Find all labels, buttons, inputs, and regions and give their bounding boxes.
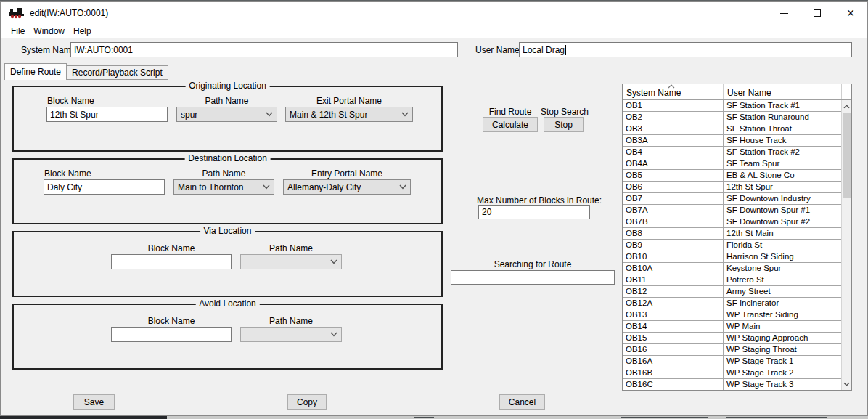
table-row[interactable]: OB15 WP Staging Approach [623,333,842,344]
chevron-down-icon [266,112,273,117]
background-artifact [414,417,434,418]
table-row[interactable]: OB16A WP Stage Track 1 [623,356,842,367]
originating-path-name-dropdown[interactable]: spur [176,107,277,122]
originating-location-group: Originating Location Block Name Path Nam… [12,86,443,152]
table-row[interactable]: OB16B WP Stage Track 2 [623,367,842,379]
originating-block-name-input[interactable] [46,107,168,122]
table-row[interactable]: OB9 Florida St [623,240,842,251]
chevron-down-icon [843,382,850,386]
tab-define-route[interactable]: Define Route [4,63,67,80]
table-row[interactable]: OB7 SF Downtown Industry [623,193,842,205]
block-table-header: System Name User Name [623,84,851,100]
system-name-cell: OB7B [623,216,724,227]
column-header-user-name[interactable]: User Name [724,84,842,99]
scroll-down-button[interactable] [842,378,851,389]
table-row[interactable]: OB5 EB & AL Stone Co [623,170,842,182]
via-block-name-input[interactable] [111,254,232,269]
user-name-cell: 12th St Main [724,228,842,239]
table-row[interactable]: OB12 Army Street [623,286,842,298]
menu-window[interactable]: Window [29,24,69,38]
table-row[interactable]: OB7A SF Downtown Spur #1 [623,205,842,216]
chevron-down-icon [401,112,409,117]
tab-record-playback-script[interactable]: Record/Playback Script [67,65,168,80]
stop-button[interactable]: Stop [544,117,584,132]
system-name-cell: OB12A [623,298,724,309]
system-name-cell: OB5 [623,170,724,181]
cancel-button[interactable]: Cancel [499,394,545,410]
entry-portal-name-label: Entry Portal Name [283,168,411,179]
system-name-cell: OB3 [623,123,724,134]
maximize-icon [814,9,821,17]
table-row[interactable]: OB10A Keystone Spur [623,263,842,274]
avoid-path-name-dropdown[interactable] [240,327,342,342]
system-name-cell: OB13 [623,309,724,320]
destination-block-name-label: Block Name [44,168,91,179]
max-blocks-input[interactable] [478,205,590,219]
table-row[interactable]: OB16C WP Stage Track 3 [623,379,842,390]
block-table-body: OB1 SF Station Track #1 OB2 SF Station R… [623,100,842,390]
exit-portal-name-label: Exit Portal Name [285,96,413,106]
table-row[interactable]: OB12A SF Incinerator [623,298,842,309]
via-path-name-dropdown[interactable] [240,254,342,269]
system-name-input[interactable] [70,42,458,57]
table-scrollbar[interactable] [841,100,851,390]
system-name-cell: OB10 [623,251,724,262]
avoid-block-name-label: Block Name [111,316,232,326]
originating-location-title: Originating Location [185,81,270,91]
avoid-path-name-label: Path Name [240,316,342,326]
stop-search-label: Stop Search [541,107,589,117]
focus-dashed-line [615,82,615,391]
table-row[interactable]: OB4A SF Team Spur [623,158,842,170]
table-row[interactable]: OB2 SF Station Runaround [623,112,842,123]
avoid-block-name-input[interactable] [111,327,232,342]
menu-file[interactable]: File [7,24,29,38]
caption-buttons: ✕ [767,2,867,24]
table-row[interactable]: OB3 SF Station Throat [623,123,842,135]
system-name-label: System Name: [21,45,78,55]
maximize-button[interactable] [801,2,834,24]
table-row[interactable]: OB1 SF Station Track #1 [623,100,842,112]
destination-path-name-dropdown[interactable]: Main to Thornton [173,179,274,195]
system-name-cell: OB14 [623,321,724,332]
column-header-system-name[interactable]: System Name [623,84,724,99]
system-name-cell: OB6 [623,182,724,192]
close-button[interactable]: ✕ [834,2,867,24]
system-name-cell: OB16C [623,379,724,390]
scroll-up-button[interactable] [842,101,851,112]
window-title: edit(IW:AUTO:0001) [30,8,108,18]
save-button[interactable]: Save [73,394,115,410]
max-blocks-label: Max Number of Blocks in Route: [477,195,602,206]
destination-block-name-input[interactable] [44,179,165,195]
user-name-cell: SF Incinerator [724,298,842,309]
minimize-button[interactable] [767,2,801,24]
user-name-cell: WP Transfer Siding [724,309,842,320]
table-row[interactable]: OB13 WP Transfer Siding [623,309,842,321]
table-row[interactable]: OB16 WP Staging Throat [623,344,842,356]
table-row[interactable]: OB10 Harrison St Siding [623,251,842,263]
table-row[interactable]: OB7B SF Downtown Spur #2 [623,216,842,228]
system-name-cell: OB11 [623,274,724,285]
table-row[interactable]: OB14 WP Main [623,321,842,333]
chevron-down-icon [330,332,337,337]
scrollbar-thumb[interactable] [843,113,851,198]
user-name-value: Local Drag [523,45,565,55]
name-header-panel: System Name: User Name: Local Drag [1,38,867,62]
system-name-cell: OB16B [623,367,724,378]
exit-portal-name-dropdown[interactable]: Main & 12th St Spur [285,107,413,122]
table-row[interactable]: OB6 12th St Spur [623,182,842,193]
table-row[interactable]: OB4 SF Station Track #2 [623,147,842,158]
table-row[interactable]: OB3A SF House Track [623,135,842,147]
minimize-icon [780,13,788,14]
table-row[interactable]: OB11 Potrero St [623,274,842,286]
destination-location-group: Destination Location Block Name Path Nam… [12,158,443,224]
user-name-cell: SF Team Spur [724,158,842,169]
system-name-cell: OB16A [623,356,724,367]
calculate-button[interactable]: Calculate [483,117,538,132]
menu-help[interactable]: Help [69,24,96,38]
entry-portal-name-dropdown[interactable]: Allemany-Daly City [283,179,411,195]
user-name-cell: SF Downtown Industry [724,193,842,204]
copy-button[interactable]: Copy [287,394,327,410]
searching-for-route-field[interactable] [451,270,615,285]
user-name-input[interactable]: Local Drag [519,42,852,57]
table-row[interactable]: OB8 12th St Main [623,228,842,240]
